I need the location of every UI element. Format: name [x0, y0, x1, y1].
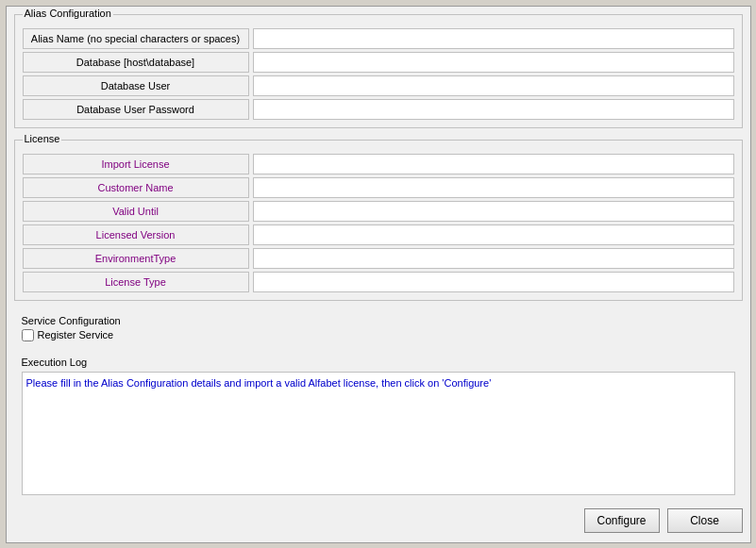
import-license-button[interactable]: Import License — [23, 154, 249, 174]
environment-type-row: EnvironmentType — [23, 248, 734, 269]
db-password-label: Database User Password — [23, 99, 249, 120]
customer-name-input[interactable] — [253, 177, 734, 198]
button-bar: Configure Close — [14, 505, 743, 535]
db-user-label: Database User — [23, 75, 249, 96]
close-button[interactable]: Close — [667, 508, 743, 533]
db-user-input[interactable] — [253, 75, 734, 96]
licensed-version-label: Licensed Version — [23, 224, 249, 245]
service-section-title: Service Configuration — [22, 315, 121, 326]
environment-type-input[interactable] — [253, 248, 734, 269]
license-type-row: License Type — [23, 272, 734, 292]
configure-button[interactable]: Configure — [584, 508, 660, 533]
db-user-row: Database User — [23, 75, 734, 96]
db-password-row: Database User Password — [23, 99, 734, 120]
customer-name-label: Customer Name — [23, 177, 249, 198]
license-section: License Import License Customer Name Val… — [14, 140, 743, 301]
licensed-version-input[interactable] — [253, 224, 734, 245]
register-service-row: Register Service — [22, 329, 735, 341]
import-license-input[interactable] — [253, 154, 734, 174]
alias-configuration-section: Alias Configuration Alias Name (no speci… — [14, 14, 743, 128]
environment-type-label: EnvironmentType — [23, 248, 249, 269]
main-dialog: Alias Configuration Alias Name (no speci… — [6, 6, 751, 543]
service-configuration-section: Service Configuration Register Service — [14, 308, 743, 347]
license-type-input[interactable] — [253, 272, 734, 292]
licensed-version-row: Licensed Version — [23, 224, 734, 245]
valid-until-label: Valid Until — [23, 201, 249, 222]
alias-name-input[interactable] — [253, 28, 734, 49]
import-license-row: Import License — [23, 154, 734, 174]
valid-until-row: Valid Until — [23, 201, 734, 222]
alias-name-row: Alias Name (no special characters or spa… — [23, 28, 734, 49]
alias-section-title: Alias Configuration — [23, 8, 113, 19]
license-type-label: License Type — [23, 272, 249, 292]
customer-name-row: Customer Name — [23, 177, 734, 198]
execution-log-section: Execution Log Please fill in the Alias C… — [14, 351, 743, 501]
database-label: Database [host\database] — [23, 52, 249, 73]
valid-until-input[interactable] — [253, 201, 734, 222]
db-password-input[interactable] — [253, 99, 734, 120]
execution-log-area: Please fill in the Alias Configuration d… — [22, 372, 735, 495]
database-input[interactable] — [253, 52, 734, 73]
alias-name-label: Alias Name (no special characters or spa… — [23, 28, 249, 49]
register-service-label: Register Service — [38, 329, 114, 340]
register-service-checkbox[interactable] — [22, 329, 34, 341]
execution-log-text: Please fill in the Alias Configuration d… — [26, 377, 492, 389]
database-row: Database [host\database] — [23, 52, 734, 73]
license-section-title: License — [23, 133, 62, 144]
execution-log-title: Execution Log — [22, 357, 735, 368]
